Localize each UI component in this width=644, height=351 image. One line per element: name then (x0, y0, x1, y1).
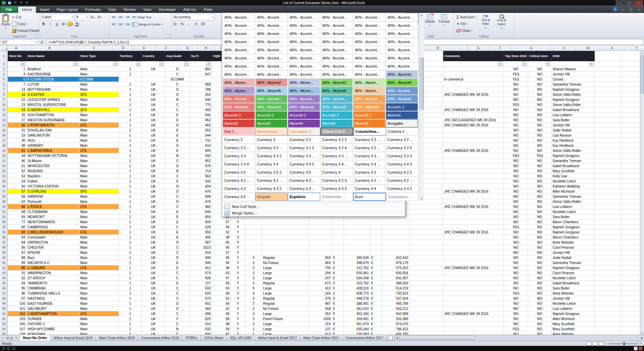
cell-J45[interactable]: 3 (245, 281, 262, 286)
cell-H47[interactable]: 58 (212, 291, 231, 296)
cell-T39[interactable]: NO (528, 250, 552, 255)
cell-C12[interactable]: Main (79, 112, 119, 118)
cell-style-item[interactable]: 40% - Accent... (288, 54, 320, 62)
column-letter-X[interactable]: X (600, 46, 624, 51)
cell-U37[interactable]: Amie Webster (552, 240, 595, 245)
cell-M35[interactable] (332, 230, 344, 235)
cell-B18[interactable]: GRIMSBY (27, 143, 79, 148)
cell-style-item[interactable]: 40% - Accent... (386, 13, 418, 21)
cell-E3[interactable]: UK (142, 67, 165, 72)
cell-W31[interactable] (621, 209, 640, 214)
cell-M55[interactable]: € (332, 332, 344, 335)
cell-A28[interactable]: 58 (8, 194, 27, 199)
cell-S47[interactable]: YES (504, 291, 528, 296)
cell-I35[interactable]: Y (231, 230, 245, 235)
row-number[interactable]: 19 (0, 148, 8, 153)
cell-C24[interactable]: Main (79, 174, 119, 179)
cell-S52[interactable]: NO (504, 316, 528, 321)
cell-V3[interactable] (595, 67, 621, 72)
cell-C26[interactable]: Main (79, 184, 119, 189)
cell-A50[interactable]: 101 (8, 306, 27, 311)
cell-D33[interactable]: 1 (119, 220, 142, 225)
cell-L34[interactable] (309, 225, 332, 230)
cell-Q55[interactable] (410, 332, 443, 335)
cell-U27[interactable]: Allen McIntosh (552, 189, 595, 194)
zoom-out-button[interactable]: − (605, 342, 607, 345)
cell-V46[interactable] (595, 286, 621, 291)
sheet-tab-rtbrli[interactable]: RTBRLI (182, 335, 201, 341)
cell-U34[interactable]: Najmeh Gorgpour (552, 225, 595, 230)
cell-M39[interactable] (332, 250, 344, 255)
cell-style-item[interactable]: Currency 3 4 3 (386, 160, 418, 168)
cell-S6[interactable]: NO (504, 82, 528, 87)
cell-H52[interactable]: 58 (212, 316, 231, 321)
cell-E49[interactable]: UK (142, 301, 165, 306)
cell-style-item[interactable]: 40% - Accent... (223, 70, 255, 78)
cell-U24[interactable]: Kelly Law (552, 174, 595, 179)
cell-A45[interactable]: 94 (8, 281, 27, 286)
cell-U47[interactable]: Amie Webster (552, 291, 595, 296)
cell-Q52[interactable] (410, 316, 443, 321)
find-select-button[interactable]: Find & Select▾ (494, 14, 509, 30)
cell-G49[interactable]: 601 (190, 301, 212, 306)
cell-D8[interactable]: 1 (119, 92, 142, 97)
cell-style-item[interactable]: Currency 3 (255, 136, 288, 144)
cell-style-item[interactable]: 40% - Accent... (353, 30, 385, 38)
cell-R40[interactable] (443, 255, 504, 260)
cell-B5[interactable]: E COMM STOCK (27, 77, 79, 82)
cell-K47[interactable]: Large (262, 291, 309, 296)
cell-P48[interactable]: 537,934 (382, 296, 410, 301)
cell-P45[interactable]: 388,550 (382, 281, 410, 286)
cell-C43[interactable]: Main (79, 270, 119, 276)
cell-D22[interactable]: 1 (119, 163, 142, 169)
cell-Q40[interactable] (410, 255, 443, 260)
cell-F19[interactable]: E (165, 148, 190, 153)
cell-T35[interactable]: NO (528, 230, 552, 235)
cell-F8[interactable]: D (165, 92, 190, 97)
cell-G53[interactable]: 516 (190, 321, 212, 327)
cell-C50[interactable]: Main (79, 306, 119, 311)
cell-A23[interactable]: 52 (8, 169, 27, 174)
row-number[interactable]: 55 (0, 332, 8, 335)
cell-B21[interactable]: St Albans (27, 158, 79, 163)
cell-A10[interactable]: 23 (8, 102, 27, 107)
cell-A54[interactable]: 107 (8, 327, 27, 332)
cell-U45[interactable]: Isabel Broadhurst (552, 281, 595, 286)
cell-Q46[interactable] (410, 286, 443, 291)
cell-style-item[interactable]: 40% - Accent... (320, 38, 353, 46)
row-number[interactable]: 8 (0, 92, 8, 97)
cell-H49[interactable]: 56 (212, 301, 231, 306)
cell-style-item[interactable]: Currency 4 3 ... (288, 185, 320, 193)
cell-K41[interactable]: No Fixture (262, 260, 309, 265)
ribbon-tab-formulas[interactable]: Formulas (82, 6, 105, 13)
cell-T29[interactable]: NO (528, 199, 552, 204)
cell-C9[interactable]: Main (79, 97, 119, 102)
sheet-tab-1010u-sheet[interactable]: 1010u Sheet (201, 335, 227, 341)
cell-S28[interactable]: NO (504, 194, 528, 199)
cell-A36[interactable]: 83 (8, 235, 27, 240)
cell-style-item[interactable]: 60% - Akzent3 (255, 103, 288, 111)
cell-C11[interactable]: SFS (79, 107, 119, 112)
row-number[interactable]: 16 (0, 133, 8, 138)
cell-style-item[interactable]: Accent3 2 (255, 111, 288, 119)
row-number[interactable]: 37 (0, 240, 8, 245)
column-letter-S[interactable]: S (467, 46, 489, 51)
tray-icon[interactable] (639, 347, 642, 350)
cell-K53[interactable]: Large (262, 321, 309, 327)
ribbon-tab-peter[interactable]: Peter (200, 6, 216, 13)
cell-style-item[interactable]: Currency 3 3 (223, 152, 255, 160)
cell-S26[interactable]: NO (504, 184, 528, 189)
cell-A51[interactable]: 102 (8, 311, 27, 316)
cell-A3[interactable]: 1 (8, 67, 27, 72)
cell-style-item[interactable]: 60% - Accent... (223, 95, 255, 103)
cell-R34[interactable] (443, 225, 504, 230)
cell-P42[interactable]: 375,302 (382, 265, 410, 270)
cell-C33[interactable]: Main (79, 220, 119, 225)
cell-F29[interactable]: D (165, 199, 190, 204)
column-letter-H[interactable]: H (198, 46, 214, 51)
cell-R38[interactable] (443, 245, 504, 250)
cell-style-item[interactable]: Currency 3 4 ... (320, 160, 353, 168)
cell-W47[interactable] (621, 291, 640, 296)
cell-W49[interactable] (621, 301, 640, 306)
cell-W25[interactable] (621, 179, 640, 184)
